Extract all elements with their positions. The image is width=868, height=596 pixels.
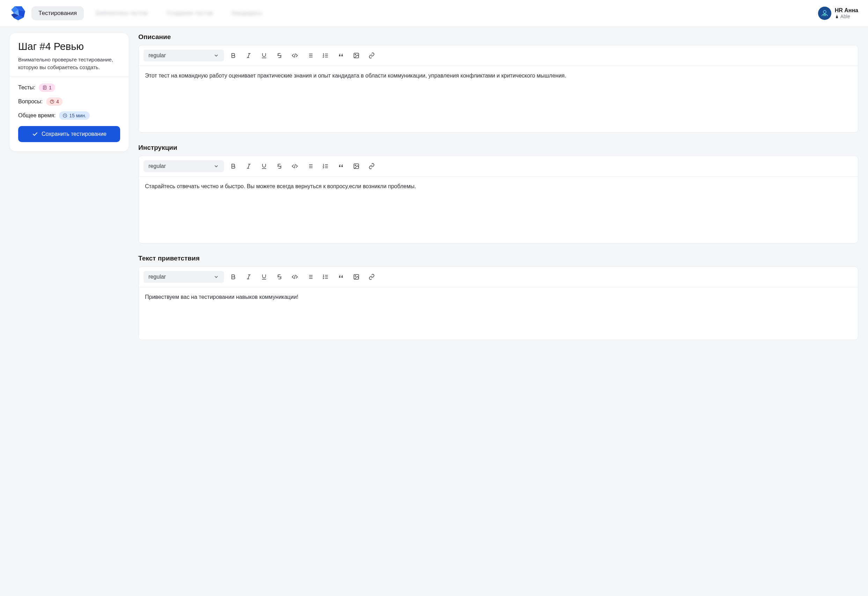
strikethrough-button[interactable] <box>273 271 285 283</box>
editor-content-description[interactable]: Этот тест на командную работу оценивает … <box>139 66 858 132</box>
toolbar-instructions: regular <box>139 156 858 177</box>
underline-button[interactable] <box>258 50 270 62</box>
image-button[interactable] <box>350 160 362 172</box>
avatar <box>818 7 831 20</box>
format-dropdown[interactable]: regular <box>143 271 224 283</box>
nav-tab-library[interactable]: Библиотека тестов <box>89 6 155 20</box>
svg-point-11 <box>355 54 356 55</box>
editor-instructions: regular Старайтесь отвечать честно и быс… <box>138 156 858 243</box>
divider <box>10 76 128 77</box>
code-button[interactable] <box>289 50 301 62</box>
nav-tab-active[interactable]: Тестирования <box>31 6 84 20</box>
review-sidebar: Шаг #4 Ревью Внимательно проверьте тести… <box>10 33 128 151</box>
nav-tab-candidates[interactable]: Кандидаты <box>225 6 269 20</box>
link-button[interactable] <box>366 50 378 62</box>
format-dropdown[interactable]: regular <box>143 160 224 172</box>
link-button[interactable] <box>366 160 378 172</box>
bullet-list-button[interactable] <box>304 160 316 172</box>
link-button[interactable] <box>366 271 378 283</box>
editor-description: regular Этот тест на командную работу оц… <box>138 45 858 133</box>
section-title-instructions: Инструкции <box>138 144 858 152</box>
stat-time-label: Общее время: <box>18 112 56 119</box>
section-title-greeting: Текст приветствия <box>138 255 858 262</box>
toolbar-description: regular <box>139 46 858 66</box>
bold-button[interactable] <box>227 50 239 62</box>
quote-button[interactable] <box>335 160 347 172</box>
stat-questions: Вопросы: 4 <box>18 97 120 106</box>
italic-button[interactable] <box>243 160 255 172</box>
editor-content-instructions[interactable]: Старайтесь отвечать честно и быстро. Вы … <box>139 177 858 243</box>
editor-greeting: regular Привествуем вас на тестировании … <box>138 266 858 340</box>
svg-point-15 <box>355 276 356 276</box>
editor-content-greeting[interactable]: Привествуем вас на тестировании навыков … <box>139 287 858 340</box>
quote-button[interactable] <box>335 271 347 283</box>
badge-questions: 4 <box>46 97 62 106</box>
step-description: Внимательно проверьте тестирование, кото… <box>18 56 120 71</box>
user-name: HR Анна <box>835 7 858 13</box>
image-button[interactable] <box>350 50 362 62</box>
italic-button[interactable] <box>243 271 255 283</box>
main-content: Описание regular Этот тест на командную … <box>138 33 858 351</box>
badge-time: 15 мин. <box>59 111 90 120</box>
bold-button[interactable] <box>227 160 239 172</box>
underline-button[interactable] <box>258 271 270 283</box>
clock-icon <box>62 113 67 118</box>
numbered-list-button[interactable] <box>320 160 332 172</box>
strikethrough-button[interactable] <box>273 160 285 172</box>
chevron-down-icon <box>213 164 219 169</box>
quote-button[interactable] <box>335 50 347 62</box>
check-icon <box>32 131 38 137</box>
document-icon <box>42 85 47 90</box>
chevron-down-icon <box>213 53 219 58</box>
numbered-list-button[interactable] <box>320 271 332 283</box>
app-logo[interactable] <box>10 5 27 22</box>
italic-button[interactable] <box>243 50 255 62</box>
stat-tests: Тесты: 1 <box>18 83 120 92</box>
underline-button[interactable] <box>258 160 270 172</box>
stat-tests-label: Тесты: <box>18 84 35 91</box>
stat-questions-label: Вопросы: <box>18 99 43 105</box>
badge-tests: 1 <box>39 83 55 92</box>
nav-tab-create[interactable]: Создание тестов <box>159 6 220 20</box>
strikethrough-button[interactable] <box>273 50 285 62</box>
top-nav: Тестирования Библиотека тестов Создание … <box>0 0 868 27</box>
stat-time: Общее время: 15 мин. <box>18 111 120 120</box>
format-dropdown[interactable]: regular <box>143 50 224 62</box>
user-meta: HR Анна Able <box>835 7 858 19</box>
code-button[interactable] <box>289 271 301 283</box>
section-title-description: Описание <box>138 33 858 41</box>
save-button[interactable]: Сохранить тестирование <box>18 126 120 142</box>
chevron-down-icon <box>213 274 219 280</box>
svg-point-13 <box>355 165 356 165</box>
help-icon <box>50 99 55 104</box>
step-title: Шаг #4 Ревью <box>18 41 120 52</box>
bold-button[interactable] <box>227 271 239 283</box>
image-button[interactable] <box>350 271 362 283</box>
code-button[interactable] <box>289 160 301 172</box>
toolbar-greeting: regular <box>139 267 858 287</box>
user-menu[interactable]: HR Анна Able <box>818 7 858 20</box>
numbered-list-button[interactable] <box>320 50 332 62</box>
bullet-list-button[interactable] <box>304 50 316 62</box>
bullet-list-button[interactable] <box>304 271 316 283</box>
svg-point-6 <box>823 10 826 13</box>
person-icon <box>835 14 839 19</box>
user-org: Able <box>835 13 858 19</box>
